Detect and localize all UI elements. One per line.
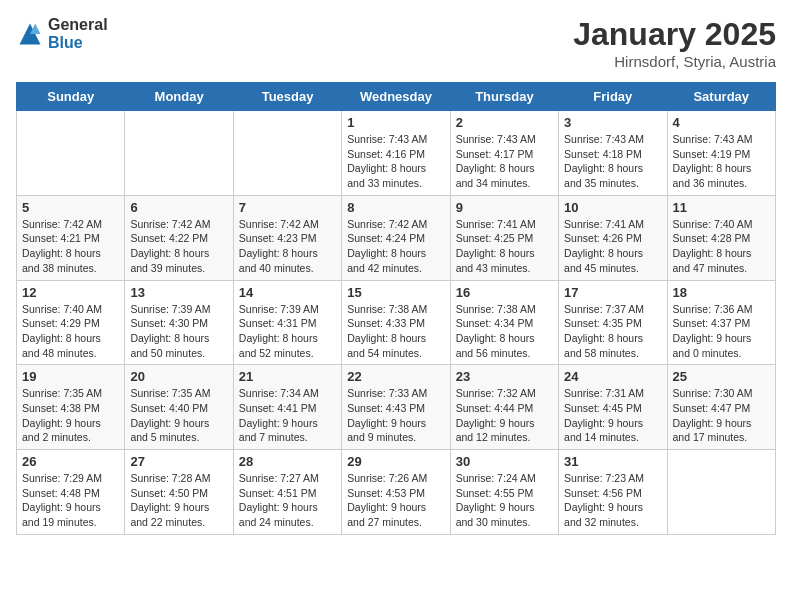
day-info: Sunrise: 7:39 AMSunset: 4:30 PMDaylight:… — [130, 302, 227, 361]
day-of-week-header: Friday — [559, 83, 667, 111]
day-number: 22 — [347, 369, 444, 384]
day-info: Sunrise: 7:43 AMSunset: 4:19 PMDaylight:… — [673, 132, 770, 191]
day-info: Sunrise: 7:28 AMSunset: 4:50 PMDaylight:… — [130, 471, 227, 530]
calendar-body: 1Sunrise: 7:43 AMSunset: 4:16 PMDaylight… — [17, 111, 776, 535]
calendar-cell: 4Sunrise: 7:43 AMSunset: 4:19 PMDaylight… — [667, 111, 775, 196]
day-number: 7 — [239, 200, 336, 215]
day-info: Sunrise: 7:35 AMSunset: 4:40 PMDaylight:… — [130, 386, 227, 445]
day-of-week-header: Wednesday — [342, 83, 450, 111]
calendar-week-row: 5Sunrise: 7:42 AMSunset: 4:21 PMDaylight… — [17, 195, 776, 280]
day-info: Sunrise: 7:37 AMSunset: 4:35 PMDaylight:… — [564, 302, 661, 361]
day-number: 1 — [347, 115, 444, 130]
calendar-cell: 15Sunrise: 7:38 AMSunset: 4:33 PMDayligh… — [342, 280, 450, 365]
day-number: 6 — [130, 200, 227, 215]
day-number: 8 — [347, 200, 444, 215]
calendar-table: SundayMondayTuesdayWednesdayThursdayFrid… — [16, 82, 776, 535]
day-number: 27 — [130, 454, 227, 469]
day-number: 29 — [347, 454, 444, 469]
day-number: 20 — [130, 369, 227, 384]
day-info: Sunrise: 7:43 AMSunset: 4:16 PMDaylight:… — [347, 132, 444, 191]
day-info: Sunrise: 7:38 AMSunset: 4:34 PMDaylight:… — [456, 302, 553, 361]
day-number: 4 — [673, 115, 770, 130]
day-number: 3 — [564, 115, 661, 130]
month-title: January 2025 — [573, 16, 776, 53]
calendar-cell: 10Sunrise: 7:41 AMSunset: 4:26 PMDayligh… — [559, 195, 667, 280]
calendar-cell: 3Sunrise: 7:43 AMSunset: 4:18 PMDaylight… — [559, 111, 667, 196]
day-number: 30 — [456, 454, 553, 469]
calendar-cell: 6Sunrise: 7:42 AMSunset: 4:22 PMDaylight… — [125, 195, 233, 280]
day-number: 26 — [22, 454, 119, 469]
calendar-cell: 30Sunrise: 7:24 AMSunset: 4:55 PMDayligh… — [450, 450, 558, 535]
logo-general-text: General — [48, 16, 108, 34]
calendar-cell: 19Sunrise: 7:35 AMSunset: 4:38 PMDayligh… — [17, 365, 125, 450]
day-info: Sunrise: 7:32 AMSunset: 4:44 PMDaylight:… — [456, 386, 553, 445]
day-info: Sunrise: 7:35 AMSunset: 4:38 PMDaylight:… — [22, 386, 119, 445]
day-number: 10 — [564, 200, 661, 215]
day-info: Sunrise: 7:40 AMSunset: 4:29 PMDaylight:… — [22, 302, 119, 361]
calendar-cell: 5Sunrise: 7:42 AMSunset: 4:21 PMDaylight… — [17, 195, 125, 280]
day-info: Sunrise: 7:39 AMSunset: 4:31 PMDaylight:… — [239, 302, 336, 361]
day-info: Sunrise: 7:30 AMSunset: 4:47 PMDaylight:… — [673, 386, 770, 445]
day-info: Sunrise: 7:23 AMSunset: 4:56 PMDaylight:… — [564, 471, 661, 530]
day-number: 19 — [22, 369, 119, 384]
day-number: 14 — [239, 285, 336, 300]
day-info: Sunrise: 7:36 AMSunset: 4:37 PMDaylight:… — [673, 302, 770, 361]
calendar-cell — [667, 450, 775, 535]
day-info: Sunrise: 7:34 AMSunset: 4:41 PMDaylight:… — [239, 386, 336, 445]
day-info: Sunrise: 7:31 AMSunset: 4:45 PMDaylight:… — [564, 386, 661, 445]
day-info: Sunrise: 7:41 AMSunset: 4:25 PMDaylight:… — [456, 217, 553, 276]
day-info: Sunrise: 7:42 AMSunset: 4:21 PMDaylight:… — [22, 217, 119, 276]
day-number: 2 — [456, 115, 553, 130]
calendar-cell: 7Sunrise: 7:42 AMSunset: 4:23 PMDaylight… — [233, 195, 341, 280]
calendar-week-row: 1Sunrise: 7:43 AMSunset: 4:16 PMDaylight… — [17, 111, 776, 196]
calendar-cell: 9Sunrise: 7:41 AMSunset: 4:25 PMDaylight… — [450, 195, 558, 280]
calendar-cell: 2Sunrise: 7:43 AMSunset: 4:17 PMDaylight… — [450, 111, 558, 196]
calendar-cell: 28Sunrise: 7:27 AMSunset: 4:51 PMDayligh… — [233, 450, 341, 535]
day-info: Sunrise: 7:43 AMSunset: 4:18 PMDaylight:… — [564, 132, 661, 191]
day-number: 13 — [130, 285, 227, 300]
day-number: 15 — [347, 285, 444, 300]
calendar-cell: 25Sunrise: 7:30 AMSunset: 4:47 PMDayligh… — [667, 365, 775, 450]
day-of-week-header: Tuesday — [233, 83, 341, 111]
day-number: 25 — [673, 369, 770, 384]
day-info: Sunrise: 7:27 AMSunset: 4:51 PMDaylight:… — [239, 471, 336, 530]
calendar-cell: 14Sunrise: 7:39 AMSunset: 4:31 PMDayligh… — [233, 280, 341, 365]
calendar-cell — [233, 111, 341, 196]
logo-blue-text: Blue — [48, 34, 108, 52]
day-info: Sunrise: 7:42 AMSunset: 4:24 PMDaylight:… — [347, 217, 444, 276]
day-number: 21 — [239, 369, 336, 384]
day-info: Sunrise: 7:41 AMSunset: 4:26 PMDaylight:… — [564, 217, 661, 276]
calendar-cell: 17Sunrise: 7:37 AMSunset: 4:35 PMDayligh… — [559, 280, 667, 365]
title-block: January 2025 Hirnsdorf, Styria, Austria — [573, 16, 776, 70]
calendar-cell: 12Sunrise: 7:40 AMSunset: 4:29 PMDayligh… — [17, 280, 125, 365]
day-info: Sunrise: 7:42 AMSunset: 4:23 PMDaylight:… — [239, 217, 336, 276]
day-info: Sunrise: 7:33 AMSunset: 4:43 PMDaylight:… — [347, 386, 444, 445]
day-number: 5 — [22, 200, 119, 215]
page-header: General Blue January 2025 Hirnsdorf, Sty… — [16, 16, 776, 70]
day-number: 31 — [564, 454, 661, 469]
day-of-week-header: Thursday — [450, 83, 558, 111]
calendar-cell: 16Sunrise: 7:38 AMSunset: 4:34 PMDayligh… — [450, 280, 558, 365]
location-subtitle: Hirnsdorf, Styria, Austria — [573, 53, 776, 70]
calendar-cell: 31Sunrise: 7:23 AMSunset: 4:56 PMDayligh… — [559, 450, 667, 535]
calendar-cell: 24Sunrise: 7:31 AMSunset: 4:45 PMDayligh… — [559, 365, 667, 450]
day-of-week-header: Sunday — [17, 83, 125, 111]
day-number: 12 — [22, 285, 119, 300]
day-number: 16 — [456, 285, 553, 300]
calendar-cell: 29Sunrise: 7:26 AMSunset: 4:53 PMDayligh… — [342, 450, 450, 535]
calendar-cell: 22Sunrise: 7:33 AMSunset: 4:43 PMDayligh… — [342, 365, 450, 450]
day-info: Sunrise: 7:26 AMSunset: 4:53 PMDaylight:… — [347, 471, 444, 530]
day-info: Sunrise: 7:42 AMSunset: 4:22 PMDaylight:… — [130, 217, 227, 276]
day-info: Sunrise: 7:43 AMSunset: 4:17 PMDaylight:… — [456, 132, 553, 191]
calendar-header-row: SundayMondayTuesdayWednesdayThursdayFrid… — [17, 83, 776, 111]
day-number: 17 — [564, 285, 661, 300]
day-number: 28 — [239, 454, 336, 469]
day-info: Sunrise: 7:29 AMSunset: 4:48 PMDaylight:… — [22, 471, 119, 530]
day-of-week-header: Monday — [125, 83, 233, 111]
day-number: 11 — [673, 200, 770, 215]
calendar-cell: 11Sunrise: 7:40 AMSunset: 4:28 PMDayligh… — [667, 195, 775, 280]
day-info: Sunrise: 7:24 AMSunset: 4:55 PMDaylight:… — [456, 471, 553, 530]
calendar-cell — [125, 111, 233, 196]
logo-icon — [16, 20, 44, 48]
day-info: Sunrise: 7:40 AMSunset: 4:28 PMDaylight:… — [673, 217, 770, 276]
